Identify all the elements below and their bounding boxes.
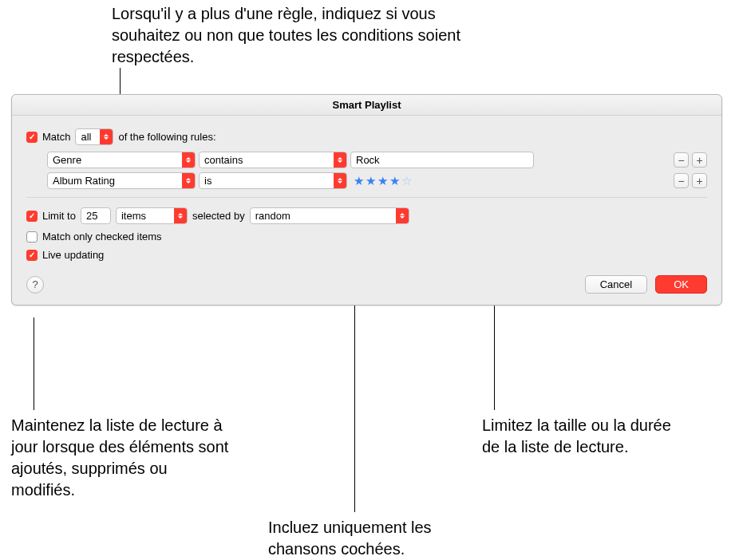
match-suffix: of the following rules:: [118, 131, 215, 143]
dialog-title: Smart Playlist: [12, 95, 721, 116]
remove-rule-button[interactable]: −: [674, 173, 689, 188]
live-updating-label: Live updating: [42, 249, 104, 261]
rule-op-value: contains: [200, 154, 334, 166]
rule-op-value: is: [200, 175, 334, 187]
chevron-updown-icon: [182, 152, 195, 168]
limit-method-value: random: [251, 210, 396, 222]
limit-value-input[interactable]: [81, 207, 111, 224]
callout-line: [34, 317, 34, 410]
limit-checkbox[interactable]: [26, 211, 38, 222]
limit-row: Limit to items selected by random: [26, 207, 707, 224]
rule-row: Album Rating is ★ ★ ★ ★ ☆ − +: [47, 172, 707, 189]
rule-field-value: Album Rating: [48, 175, 182, 187]
match-mode-value: all: [76, 131, 100, 143]
star-icon: ★: [354, 174, 364, 188]
cancel-button[interactable]: Cancel: [585, 275, 647, 294]
chevron-updown-icon: [334, 173, 346, 188]
smart-playlist-dialog: Smart Playlist Match all of the followin…: [11, 94, 722, 306]
match-checked-label: Match only checked items: [42, 231, 162, 243]
limit-label: Limit to: [42, 210, 76, 222]
chevron-updown-icon: [334, 152, 346, 168]
chevron-updown-icon: [182, 173, 195, 188]
annotation-live-updating: Maintenez la liste de lecture à jour lor…: [11, 415, 235, 501]
add-rule-button[interactable]: +: [692, 152, 707, 168]
dialog-footer: ? Cancel OK: [26, 275, 707, 294]
selected-by-label: selected by: [192, 210, 245, 222]
match-label: Match: [42, 131, 70, 143]
rule-field-select[interactable]: Genre: [47, 152, 196, 168]
limit-unit-value: items: [117, 210, 174, 222]
live-updating-checkbox[interactable]: [26, 250, 38, 261]
annotation-match-mode: Lorsqu'il y a plus d'une règle, indiquez…: [112, 3, 479, 68]
match-row: Match all of the following rules:: [26, 128, 707, 145]
rule-op-select[interactable]: contains: [199, 152, 347, 168]
live-updating-row: Live updating: [26, 249, 707, 261]
remove-rule-button[interactable]: −: [674, 152, 689, 168]
rule-value-input[interactable]: [350, 152, 534, 168]
star-icon: ★: [389, 174, 400, 188]
add-rule-button[interactable]: +: [692, 173, 707, 188]
chevron-updown-icon: [396, 208, 409, 223]
ok-button[interactable]: OK: [655, 275, 707, 294]
callout-line: [354, 293, 355, 512]
help-button[interactable]: ?: [26, 276, 44, 294]
chevron-updown-icon: [100, 129, 113, 144]
annotation-limit: Limitez la taille ou la durée de la list…: [482, 415, 690, 458]
chevron-updown-icon: [174, 208, 187, 223]
rule-op-select[interactable]: is: [199, 172, 347, 189]
match-checked-row: Match only checked items: [26, 231, 707, 243]
rule-field-select[interactable]: Album Rating: [47, 172, 196, 189]
match-mode-select[interactable]: all: [75, 128, 113, 145]
star-icon: ★: [377, 174, 388, 188]
match-checked-checkbox[interactable]: [26, 231, 38, 243]
divider: [26, 197, 707, 198]
rule-field-value: Genre: [48, 154, 182, 166]
annotation-checked-items: Incluez uniquement les chansons cochées.: [268, 517, 492, 560]
star-icon: ★: [366, 174, 376, 188]
rules-list: Genre contains − + Album Rating is: [47, 152, 707, 189]
star-icon: ☆: [401, 174, 412, 188]
rating-stars[interactable]: ★ ★ ★ ★ ☆: [350, 174, 412, 188]
limit-method-select[interactable]: random: [250, 207, 409, 224]
rule-row: Genre contains − +: [47, 152, 707, 168]
match-checkbox[interactable]: [26, 132, 38, 143]
limit-unit-select[interactable]: items: [116, 207, 188, 224]
